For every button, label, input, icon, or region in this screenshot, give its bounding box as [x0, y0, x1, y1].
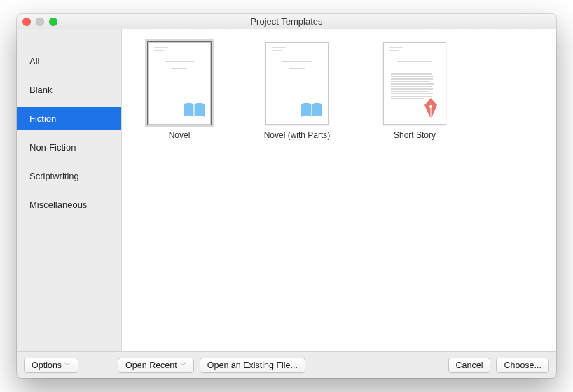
- template-thumb: [265, 42, 329, 125]
- template-thumb: [383, 42, 446, 125]
- book-icon: [182, 102, 206, 121]
- template-label: Novel (with Parts): [248, 130, 346, 140]
- open-recent-button[interactable]: Open Recent ﹀: [118, 358, 194, 373]
- sidebar: Getting Started All Blank Fiction Non-Fi…: [17, 29, 122, 351]
- book-icon: [300, 102, 324, 121]
- template-novel[interactable]: Novel: [130, 42, 228, 140]
- minimize-icon[interactable]: [36, 18, 44, 26]
- template-label: Novel: [130, 130, 228, 140]
- sidebar-item-scriptwriting[interactable]: Scriptwriting: [17, 164, 121, 188]
- template-thumb: [148, 42, 211, 125]
- sidebar-item-miscellaneous[interactable]: Miscellaneous: [17, 193, 121, 216]
- template-novel-with-parts[interactable]: Novel (with Parts): [248, 42, 346, 140]
- window-title: Project Templates: [17, 16, 556, 27]
- sidebar-item-non-fiction[interactable]: Non-Fiction: [17, 136, 121, 159]
- chevron-down-icon: ﹀: [180, 360, 186, 370]
- chevron-down-icon: ﹀: [64, 360, 71, 370]
- options-button[interactable]: Options ﹀: [24, 358, 78, 373]
- button-label: Open an Existing File...: [207, 360, 298, 370]
- button-label: Open Recent: [125, 360, 177, 370]
- template-short-story[interactable]: Short Story: [366, 42, 464, 140]
- traffic-lights: [22, 18, 57, 26]
- button-label: Choose...: [504, 360, 541, 370]
- titlebar: Project Templates: [17, 14, 556, 29]
- template-grid: Novel Novel (with Parts): [122, 29, 556, 351]
- footer-toolbar: Options ﹀ Open Recent ﹀ Open an Existing…: [17, 351, 556, 378]
- template-label: Short Story: [366, 130, 464, 140]
- pen-nib-icon: [420, 97, 441, 121]
- button-label: Options: [32, 360, 62, 370]
- sidebar-item-all[interactable]: All: [17, 50, 121, 73]
- cancel-button[interactable]: Cancel: [448, 358, 491, 373]
- zoom-icon[interactable]: [49, 18, 57, 26]
- choose-button[interactable]: Choose...: [496, 358, 549, 373]
- sidebar-header: Getting Started: [17, 34, 121, 50]
- window-body: Getting Started All Blank Fiction Non-Fi…: [17, 29, 556, 351]
- close-icon[interactable]: [22, 18, 31, 26]
- sidebar-item-blank[interactable]: Blank: [17, 78, 121, 102]
- template-chooser-window: Project Templates Getting Started All Bl…: [17, 14, 556, 378]
- button-label: Cancel: [456, 360, 483, 370]
- sidebar-item-fiction[interactable]: Fiction: [17, 107, 121, 130]
- open-existing-file-button[interactable]: Open an Existing File...: [200, 358, 305, 373]
- svg-point-0: [429, 105, 432, 108]
